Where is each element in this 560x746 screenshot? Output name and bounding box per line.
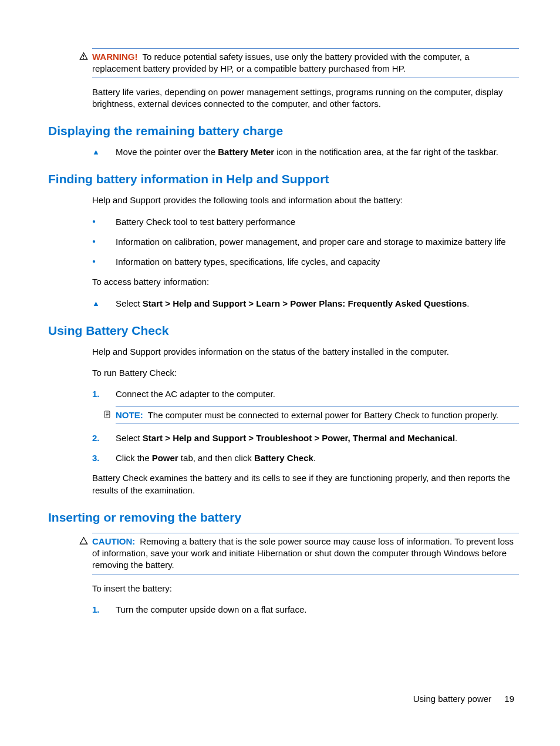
heading-finding-info: Finding battery information in Help and …	[48, 172, 519, 186]
battery-check-intro: Help and Support provides information on…	[92, 346, 519, 358]
warning-label: WARNING!	[92, 52, 138, 62]
note-label: NOTE:	[116, 410, 143, 420]
document-page: WARNING!To reduce potential safety issue…	[0, 0, 560, 746]
help-support-intro: Help and Support provides the following …	[92, 194, 519, 206]
step-list-display-charge: Move the pointer over the Battery Meter …	[92, 146, 519, 158]
bullet-list-battery-info: Battery Check tool to test battery perfo…	[92, 216, 519, 268]
battery-life-paragraph: Battery life varies, depending on power …	[92, 86, 519, 110]
warning-admonition: WARNING!To reduce potential safety issue…	[92, 48, 519, 78]
run-battery-check: To run Battery Check:	[92, 367, 519, 379]
step-list-access-info: Select Start > Help and Support > Learn …	[92, 298, 519, 310]
ordered-list-battery-check: 1. Connect the AC adapter to the compute…	[92, 388, 519, 464]
page-number: 19	[504, 694, 514, 704]
caution-label: CAUTION:	[92, 536, 135, 546]
caution-triangle-icon	[79, 536, 88, 545]
warning-triangle-icon	[79, 52, 88, 61]
list-item: 1. Connect the AC adapter to the compute…	[92, 388, 519, 424]
note-text: The computer must be connected to extern…	[148, 410, 499, 420]
list-item: Battery Check tool to test battery perfo…	[92, 216, 519, 228]
list-item: 3. Click the Power tab, and then click B…	[92, 452, 519, 464]
warning-text: To reduce potential safety issues, use o…	[92, 52, 470, 73]
list-item: 1. Turn the computer upside down on a fl…	[92, 604, 519, 616]
heading-using-battery-check: Using Battery Check	[48, 324, 519, 338]
step-item: Move the pointer over the Battery Meter …	[92, 146, 519, 158]
note-admonition: NOTE:The computer must be connected to e…	[116, 406, 519, 424]
svg-point-1	[83, 58, 84, 59]
ordered-list-insert-battery: 1. Turn the computer upside down on a fl…	[92, 604, 519, 616]
list-item: Information on calibration, power manage…	[92, 236, 519, 248]
note-icon	[103, 410, 112, 419]
caution-admonition: CAUTION:Removing a battery that is the s…	[92, 533, 519, 574]
page-footer: Using battery power 19	[413, 694, 514, 704]
heading-displaying-charge: Displaying the remaining battery charge	[48, 124, 519, 138]
access-battery-info: To access battery information:	[92, 276, 519, 288]
heading-inserting-removing: Inserting or removing the battery	[48, 510, 519, 525]
insert-battery: To insert the battery:	[92, 583, 519, 594]
list-item: Information on battery types, specificat…	[92, 256, 519, 268]
step-item: Select Start > Help and Support > Learn …	[92, 298, 519, 310]
list-item: 2. Select Start > Help and Support > Tro…	[92, 432, 519, 444]
footer-section: Using battery power	[413, 694, 491, 704]
caution-text: Removing a battery that is the sole powe…	[92, 536, 514, 570]
battery-check-result: Battery Check examines the battery and i…	[92, 472, 519, 496]
